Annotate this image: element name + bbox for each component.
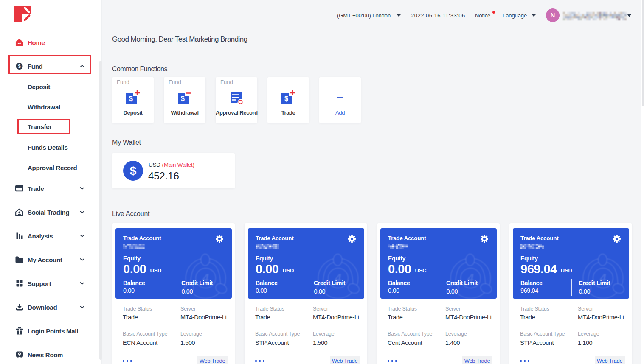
- svg-text:$: $: [129, 95, 133, 102]
- svg-text:$: $: [181, 95, 185, 102]
- svg-text:$: $: [284, 95, 288, 102]
